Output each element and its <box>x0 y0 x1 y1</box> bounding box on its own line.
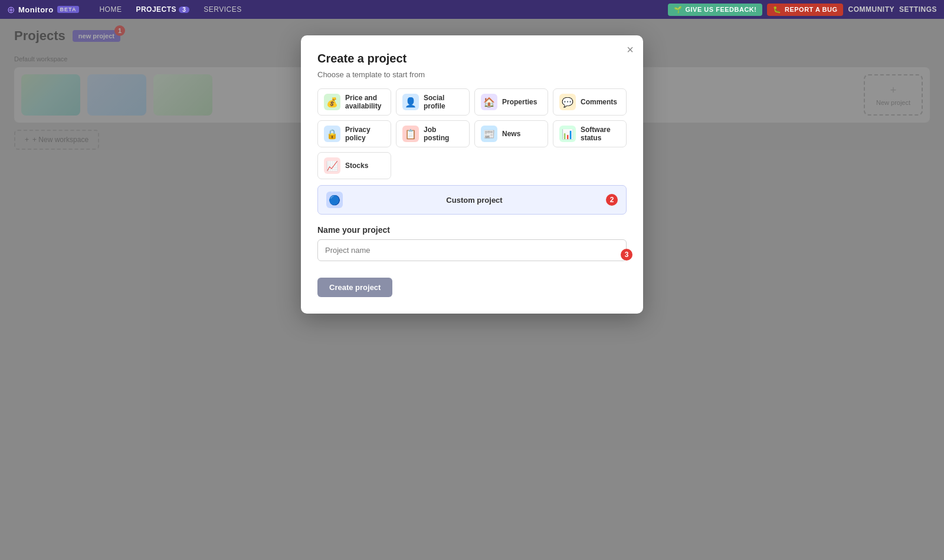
logo-icon: ⊕ <box>7 4 15 15</box>
name-section-label: Name your project <box>317 225 627 235</box>
logo-badge: BETA <box>57 6 80 13</box>
custom-project-row[interactable]: 🔵 Custom project 2 <box>317 185 627 215</box>
template-properties[interactable]: 🏠 Properties <box>474 88 548 116</box>
template-stocks-label: Stocks <box>345 162 368 170</box>
feedback-label: GIVE US FEEDBACK! <box>685 6 756 13</box>
price-availability-icon: 💰 <box>324 94 340 110</box>
project-name-input[interactable] <box>317 239 627 261</box>
projects-count-badge: 3 <box>179 6 189 13</box>
template-comments-label: Comments <box>581 98 617 106</box>
template-software-label: Software status <box>581 126 620 142</box>
template-price-label: Price and availability <box>345 94 385 110</box>
project-name-wrapper: 3 <box>317 239 627 269</box>
custom-project-icon: 🔵 <box>326 192 343 208</box>
feedback-button[interactable]: 🌱 GIVE US FEEDBACK! <box>668 4 762 16</box>
settings-link[interactable]: SETTINGS <box>899 5 937 14</box>
custom-project-label: Custom project <box>349 196 600 205</box>
stocks-icon: 📈 <box>324 157 340 174</box>
create-project-modal: × Create a project Choose a template to … <box>301 35 643 314</box>
template-comments[interactable]: 💬 Comments <box>553 88 627 116</box>
nav-services[interactable]: SERVICES <box>198 3 247 16</box>
template-price-availability[interactable]: 💰 Price and availability <box>317 88 391 116</box>
social-profile-icon: 👤 <box>402 94 419 110</box>
template-software-status[interactable]: 📊 Software status <box>553 120 627 147</box>
feedback-icon: 🌱 <box>674 6 683 14</box>
template-job-label: Job posting <box>424 126 463 142</box>
template-privacy-policy[interactable]: 🔒 Privacy policy <box>317 120 391 147</box>
logo: ⊕ Monitoro BETA <box>7 4 79 15</box>
properties-icon: 🏠 <box>481 94 497 110</box>
page-background: Projects new project 1 Default workspace… <box>0 19 944 560</box>
community-link[interactable]: COMMUNITY <box>848 5 894 14</box>
logo-text: Monitoro <box>18 5 54 14</box>
template-grid: 💰 Price and availability 👤 Social profil… <box>317 88 627 179</box>
project-name-badge: 3 <box>621 249 632 261</box>
template-news[interactable]: 📰 News <box>474 120 548 147</box>
modal-close-button[interactable]: × <box>627 44 634 55</box>
report-bug-button[interactable]: 🐛 REPORT A BUG <box>767 4 843 16</box>
template-social-label: Social profile <box>424 94 463 110</box>
nav-projects-label: PROJECTS <box>136 5 176 14</box>
template-job-posting[interactable]: 📋 Job posting <box>396 120 470 147</box>
template-social-profile[interactable]: 👤 Social profile <box>396 88 470 116</box>
template-stocks[interactable]: 📈 Stocks <box>317 152 391 179</box>
nav-links: HOME PROJECTS 3 SERVICES <box>93 3 668 16</box>
bug-label: REPORT A BUG <box>785 6 838 13</box>
modal-subtitle: Choose a template to start from <box>317 70 627 79</box>
modal-overlay[interactable]: × Create a project Choose a template to … <box>0 19 944 560</box>
news-icon: 📰 <box>481 126 497 142</box>
template-privacy-label: Privacy policy <box>345 126 385 142</box>
nav-right: 🌱 GIVE US FEEDBACK! 🐛 REPORT A BUG COMMU… <box>668 4 937 16</box>
top-navigation: ⊕ Monitoro BETA HOME PROJECTS 3 SERVICES… <box>0 0 944 19</box>
nav-home[interactable]: HOME <box>93 3 127 16</box>
template-properties-label: Properties <box>502 98 537 106</box>
create-project-button[interactable]: Create project <box>317 278 392 297</box>
comments-icon: 💬 <box>559 94 576 110</box>
custom-project-badge: 2 <box>606 194 618 206</box>
template-news-label: News <box>502 130 520 138</box>
privacy-policy-icon: 🔒 <box>324 126 340 142</box>
modal-title: Create a project <box>317 52 627 65</box>
job-posting-icon: 📋 <box>402 126 419 142</box>
software-status-icon: 📊 <box>559 126 576 142</box>
nav-projects[interactable]: PROJECTS 3 <box>130 3 195 16</box>
bug-icon: 🐛 <box>773 6 782 14</box>
